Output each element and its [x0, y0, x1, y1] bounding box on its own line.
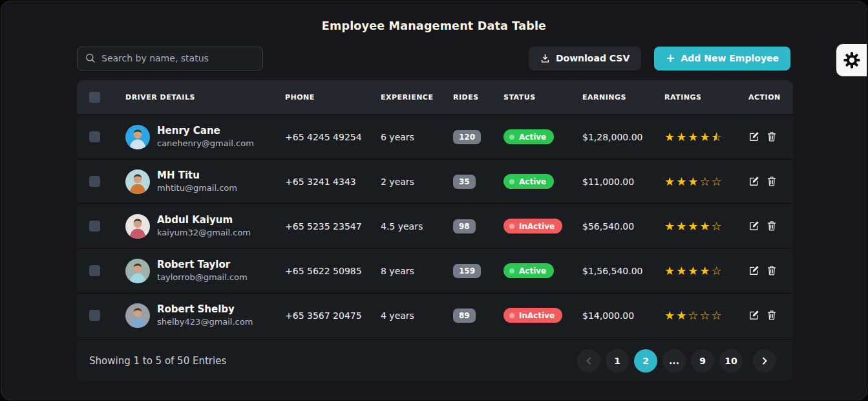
edit-button[interactable] — [748, 131, 759, 142]
row-checkbox[interactable] — [89, 221, 100, 232]
star-icon: ★ — [688, 265, 698, 277]
star-icon: ☆ — [712, 310, 722, 321]
star-icon: ★ — [664, 176, 675, 188]
rides-badge: 159 — [453, 264, 481, 278]
earnings: $56,540.00 — [582, 221, 664, 232]
trash-icon — [767, 265, 777, 276]
row-checkbox[interactable] — [89, 131, 100, 142]
star-icon: ★ — [676, 310, 686, 321]
search-box — [77, 47, 263, 70]
experience: 8 years — [381, 266, 453, 276]
table-row: Abdul Kaiyum kaiyum32@gmail.com +65 5235… — [77, 203, 793, 248]
settings-gear-button[interactable] — [836, 44, 867, 76]
col-experience: EXPERIENCE — [381, 93, 453, 102]
star-icon: ★ — [676, 176, 686, 188]
star-icon: ★ — [676, 131, 686, 143]
phone: +65 4245 49254 — [285, 132, 381, 142]
table-row: Robert Taylor taylorrob@gmail.com +65 56… — [77, 248, 793, 292]
experience: 4 years — [381, 310, 453, 321]
trash-icon — [767, 310, 777, 321]
table-header-row: DRIVER DETAILS PHONE EXPERIENCE RIDES ST… — [77, 80, 793, 114]
status-dot-icon — [509, 135, 514, 140]
status-badge: Active — [503, 174, 554, 189]
edit-pencil-icon — [748, 131, 759, 142]
pagination-page-10[interactable]: 10 — [719, 349, 743, 373]
edit-button[interactable] — [748, 176, 759, 187]
edit-button[interactable] — [748, 265, 759, 276]
pagination-ellipsis[interactable]: ... — [662, 349, 686, 373]
download-icon — [540, 54, 550, 63]
download-csv-button[interactable]: Download CSV — [529, 47, 641, 70]
col-ratings: RATINGS — [664, 93, 748, 102]
chevron-left-icon — [584, 356, 593, 365]
col-action: ACTION — [748, 93, 793, 102]
star-icon: ☆★ — [712, 131, 722, 143]
col-driver-details: DRIVER DETAILS — [125, 93, 285, 102]
experience: 6 years — [381, 132, 453, 142]
app-window: Employee Management Data Table Download … — [1, 1, 867, 400]
add-employee-label: Add New Employee — [681, 53, 779, 63]
edit-pencil-icon — [748, 265, 759, 276]
toolbar: Download CSV + Add New Employee — [77, 46, 790, 70]
pagination-page-9[interactable]: 9 — [691, 349, 714, 373]
edit-pencil-icon — [748, 310, 759, 321]
phone: +65 3567 20475 — [285, 310, 381, 321]
star-icon: ★ — [664, 310, 675, 321]
trash-icon — [767, 131, 777, 142]
rides-badge: 35 — [453, 175, 476, 189]
search-icon — [85, 53, 96, 63]
table-body: Henry Cane canehenry@gmail.com +65 4245 … — [77, 114, 793, 337]
phone: +65 3241 4343 — [285, 177, 381, 187]
star-icon: ★ — [699, 221, 710, 232]
status-badge: Active — [503, 129, 554, 144]
phone: +65 5622 50985 — [285, 266, 381, 276]
driver-email: shelby423@gmail.com — [157, 316, 253, 328]
pagination-prev-button[interactable] — [577, 349, 600, 373]
select-all-checkbox[interactable] — [89, 92, 100, 103]
delete-button[interactable] — [767, 176, 777, 187]
driver-name: Abdul Kaiyum — [157, 213, 251, 227]
driver-email: mhtitu@gmail.com — [157, 182, 237, 194]
rides-badge: 89 — [453, 309, 476, 323]
driver-name: MH Titu — [157, 169, 237, 182]
edit-button[interactable] — [748, 310, 759, 321]
download-csv-label: Download CSV — [556, 53, 630, 63]
star-icon: ☆ — [688, 310, 698, 321]
row-checkbox[interactable] — [89, 310, 100, 321]
star-icon: ★ — [699, 131, 710, 143]
trash-icon — [767, 221, 777, 232]
driver-email: taylorrob@gmail.com — [157, 272, 248, 283]
page-buttons-slot: 12...910 — [606, 349, 748, 373]
plus-icon: + — [666, 52, 675, 65]
edit-button[interactable] — [748, 221, 759, 232]
earnings: $1,28,000.00 — [582, 132, 664, 142]
search-input[interactable] — [101, 53, 255, 63]
experience: 2 years — [381, 177, 453, 187]
delete-button[interactable] — [767, 310, 777, 321]
driver-email: kaiyum32@gmail.com — [157, 227, 251, 239]
pagination-page-2[interactable]: 2 — [634, 349, 657, 373]
phone: +65 5235 23547 — [285, 221, 381, 232]
star-icon: ★ — [664, 131, 675, 143]
rides-badge: 98 — [453, 219, 476, 233]
status-dot-icon — [509, 313, 514, 318]
star-icon: ☆ — [699, 176, 710, 188]
delete-button[interactable] — [767, 221, 777, 232]
experience: 4.5 years — [381, 221, 453, 232]
star-icon: ★ — [676, 221, 686, 232]
status-label: Active — [519, 266, 546, 276]
row-checkbox[interactable] — [89, 176, 100, 187]
pagination: 12...910 — [577, 349, 776, 373]
col-rides: RIDES — [453, 93, 503, 102]
star-icon: ★ — [664, 265, 675, 277]
delete-button[interactable] — [767, 131, 777, 142]
add-employee-button[interactable]: + Add New Employee — [654, 47, 790, 70]
row-checkbox[interactable] — [89, 265, 100, 276]
delete-button[interactable] — [767, 265, 777, 276]
pagination-next-button[interactable] — [753, 349, 776, 373]
status-label: Active — [519, 133, 546, 142]
status-dot-icon — [509, 268, 514, 274]
status-dot-icon — [509, 179, 514, 184]
col-status: STATUS — [503, 93, 582, 102]
pagination-page-1[interactable]: 1 — [606, 349, 629, 373]
